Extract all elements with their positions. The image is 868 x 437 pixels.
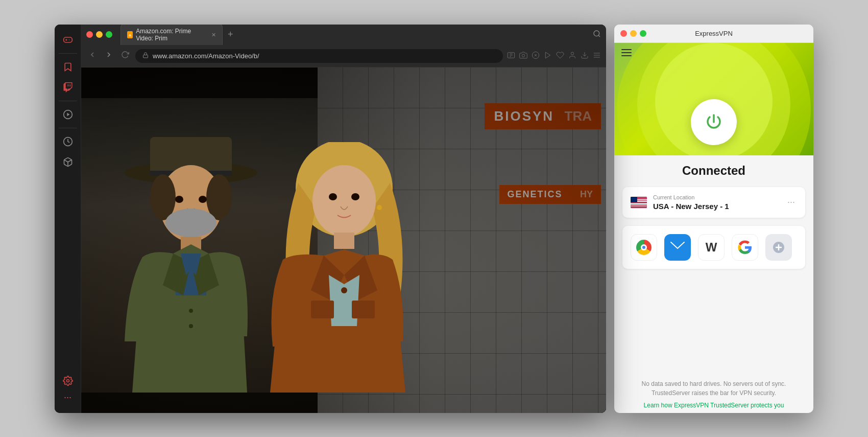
svg-point-1: [68, 39, 69, 40]
vpn-window-controls: [620, 30, 646, 37]
tab-area: a Amazon.com: Prime Video: Prim ✕ +: [120, 25, 589, 45]
tab-search-icon[interactable]: [593, 30, 601, 40]
sidebar-gamepad-icon[interactable]: [59, 31, 77, 49]
vpn-status-section: Connected: [614, 155, 813, 183]
vpn-panel: ExpressVPN: [614, 25, 813, 413]
location-more-button[interactable]: ···: [785, 195, 797, 210]
svg-rect-43: [352, 301, 375, 318]
hamburger-line-1: [621, 49, 632, 50]
svg-point-14: [522, 54, 524, 57]
power-button[interactable]: [691, 99, 737, 145]
chrome-icon-center: [641, 244, 647, 250]
us-flag-icon: [631, 197, 647, 208]
shortcut-add[interactable]: [765, 234, 792, 261]
toolbar-heart-icon[interactable]: [556, 51, 564, 61]
url-bar[interactable]: www.amazon.com/Amazon-Video/b/: [135, 49, 503, 63]
tab-title: Amazon.com: Prime Video: Prim: [136, 28, 206, 42]
hamburger-line-2: [621, 52, 632, 53]
vpn-content: Connected Current Location USA - New Jer…: [614, 43, 813, 413]
sidebar-divider-3: [59, 128, 77, 128]
vpn-location-card[interactable]: Current Location USA - New Jersey - 1 ··…: [622, 187, 805, 218]
lock-icon: [142, 52, 149, 60]
flag-canton: [631, 197, 637, 203]
sidebar-cube-icon[interactable]: [59, 153, 77, 171]
shortcut-mail[interactable]: [664, 234, 691, 261]
svg-marker-18: [545, 52, 550, 58]
svg-rect-41: [334, 233, 354, 249]
maximize-button[interactable]: [106, 31, 112, 38]
biosyn-text: BIOSYN: [494, 108, 554, 124]
svg-rect-42: [311, 301, 334, 318]
add-icon: [773, 241, 785, 254]
svg-point-6: [66, 379, 69, 382]
url-text: www.amazon.com/Amazon-Video/b/: [153, 52, 259, 60]
svg-point-37: [312, 165, 376, 237]
toolbar-download-icon[interactable]: [581, 51, 589, 61]
learn-more-link[interactable]: Learn how ExpressVPN TrustedServer prote…: [624, 402, 803, 409]
location-name-text: USA - New Jersey - 1: [653, 202, 779, 211]
browser-tab-amazon[interactable]: a Amazon.com: Prime Video: Prim ✕: [120, 25, 223, 45]
sidebar-bookmark-icon[interactable]: [59, 58, 77, 76]
svg-point-31: [199, 196, 207, 203]
toolbar-camera-icon[interactable]: [519, 51, 527, 61]
window-controls: [86, 31, 112, 38]
sidebar-divider-1: [59, 53, 77, 54]
minimize-button[interactable]: [96, 31, 103, 38]
svg-point-35: [189, 324, 193, 328]
browser-main: a Amazon.com: Prime Video: Prim ✕ +: [81, 25, 606, 413]
sidebar-history-icon[interactable]: [59, 132, 77, 151]
vpn-close-button[interactable]: [620, 30, 627, 37]
browser-urlbar: www.amazon.com/Amazon-Video/b/: [81, 45, 606, 67]
svg-marker-3: [67, 112, 69, 116]
toolbar-menu-icon[interactable]: [593, 51, 601, 61]
vpn-app-title: ExpressVPN: [695, 30, 733, 37]
svg-line-8: [598, 35, 600, 37]
biosyn-sign: BIOSYN TRA: [485, 103, 601, 129]
nav-back-button[interactable]: [86, 49, 99, 63]
add-tab-button[interactable]: +: [225, 28, 236, 41]
biosyn-tran-text: TRA: [565, 108, 592, 124]
mail-icon-graphic: [670, 242, 685, 253]
browser-sidebar: ···: [55, 25, 81, 413]
vpn-titlebar: ExpressVPN: [614, 25, 813, 43]
wiki-icon-letter: W: [706, 240, 717, 255]
genetics-sign: GENETICS HY: [499, 185, 601, 204]
toolbar-x-icon[interactable]: [532, 51, 540, 61]
tab-favicon: a: [127, 31, 133, 38]
svg-point-34: [189, 309, 193, 313]
toolbar-play-icon[interactable]: [544, 51, 552, 61]
toolbar-reader-icon[interactable]: [507, 51, 515, 61]
vpn-shortcuts: W: [622, 226, 805, 269]
male-character: [112, 122, 275, 393]
svg-point-39: [351, 193, 359, 200]
svg-point-32: [165, 209, 216, 237]
svg-point-40: [377, 205, 382, 210]
shortcut-chrome[interactable]: [631, 234, 657, 261]
tab-close-icon[interactable]: ✕: [211, 32, 216, 38]
sidebar-settings-icon[interactable]: [59, 372, 77, 390]
nav-refresh-button[interactable]: [119, 49, 131, 63]
shortcut-google[interactable]: [732, 234, 758, 261]
location-info: Current Location USA - New Jersey - 1: [653, 194, 779, 211]
vpn-minimize-button[interactable]: [630, 30, 637, 37]
genetics-text: GENETICS: [508, 189, 563, 199]
svg-point-30: [175, 196, 183, 203]
shortcut-wikipedia[interactable]: W: [698, 234, 725, 261]
close-button[interactable]: [86, 31, 93, 38]
chrome-icon-graphic: [636, 240, 652, 255]
sidebar-more-dots[interactable]: ···: [64, 392, 71, 403]
vpn-status-text: Connected: [682, 164, 745, 177]
desktop: ··· a Amazon.com: Prime Video: Prim ✕ +: [0, 0, 868, 437]
female-character: [250, 142, 439, 393]
hy-text: HY: [580, 189, 593, 199]
browser-titlebar: a Amazon.com: Prime Video: Prim ✕ +: [81, 25, 606, 45]
nav-forward-button[interactable]: [103, 49, 115, 63]
toolbar-person-icon[interactable]: [568, 51, 576, 61]
sidebar-twitch-icon[interactable]: [59, 78, 77, 97]
sidebar-play-icon[interactable]: [59, 105, 77, 124]
power-button-container: [691, 99, 737, 145]
vpn-menu-button[interactable]: [621, 49, 632, 56]
google-icon-graphic: [738, 240, 752, 255]
vpn-maximize-button[interactable]: [640, 30, 646, 37]
svg-point-44: [341, 287, 347, 293]
